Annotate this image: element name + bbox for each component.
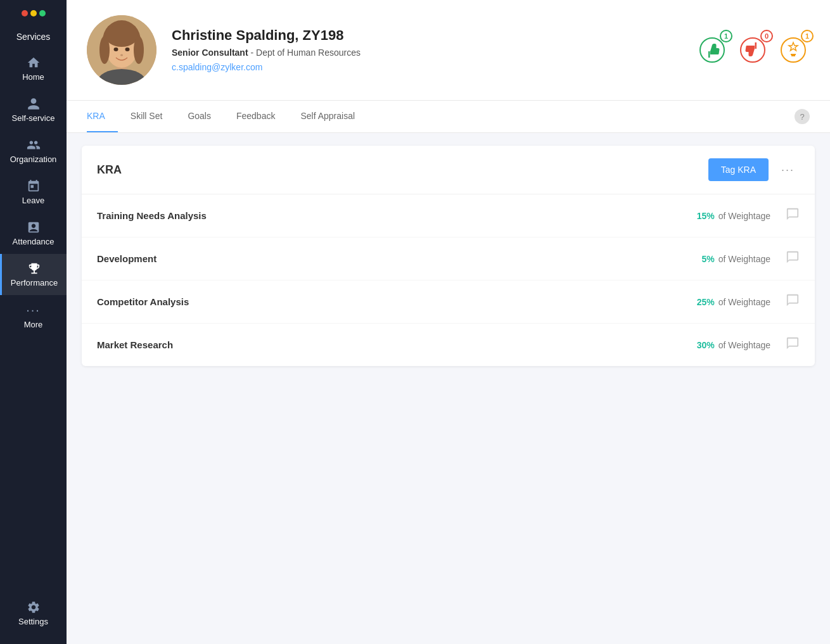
kra-item-name: Market Research bbox=[97, 339, 300, 350]
sidebar-item-leave[interactable]: Leave bbox=[0, 172, 67, 213]
badge-award-count: 1 bbox=[801, 30, 814, 42]
kra-item-name: Training Needs Analysis bbox=[97, 210, 300, 221]
badge-thumbs-up-count: 1 bbox=[720, 30, 732, 42]
sidebar-item-self-service[interactable]: Self-service bbox=[0, 89, 67, 130]
svg-rect-14 bbox=[791, 54, 796, 55]
svg-point-5 bbox=[105, 24, 138, 47]
svg-point-10 bbox=[120, 54, 123, 56]
trophy-icon bbox=[27, 262, 41, 275]
sidebar-item-performance[interactable]: Performance bbox=[0, 254, 67, 295]
sidebar-item-label: More bbox=[24, 320, 43, 329]
kra-percent: 30% bbox=[697, 340, 715, 350]
svg-point-6 bbox=[99, 36, 110, 64]
kra-weightage: 25% of Weightage bbox=[697, 297, 770, 307]
sidebar-item-label: Organization bbox=[10, 155, 57, 164]
profile-email[interactable]: c.spalding@zylker.com bbox=[172, 62, 262, 72]
svg-point-9 bbox=[125, 47, 130, 51]
sidebar-item-label: Home bbox=[22, 72, 44, 82]
brand-logo bbox=[15, 10, 52, 16]
dot-yellow bbox=[30, 10, 37, 16]
badge-thumbs-down-count: 0 bbox=[760, 30, 773, 42]
kra-percent: 15% bbox=[697, 211, 715, 221]
sidebar-item-attendance[interactable]: Attendance bbox=[0, 213, 67, 254]
services-label: Services bbox=[16, 32, 51, 42]
avatar bbox=[87, 15, 156, 85]
badge-thumbs-up: 1 bbox=[696, 34, 729, 66]
settings-icon bbox=[27, 600, 41, 614]
tag-kra-button[interactable]: Tag KRA bbox=[708, 158, 769, 181]
kra-of-weightage: of Weightage bbox=[718, 211, 770, 221]
tab-goals[interactable]: Goals bbox=[175, 101, 224, 132]
kra-percent: 5% bbox=[702, 254, 715, 264]
help-icon[interactable]: ? bbox=[795, 109, 810, 124]
sidebar-item-label: Self-service bbox=[12, 113, 55, 123]
kra-more-button[interactable]: ··· bbox=[776, 161, 800, 179]
comment-icon[interactable] bbox=[786, 250, 800, 267]
profile-name: Christine Spalding, ZY198 bbox=[172, 27, 696, 44]
dot-green bbox=[39, 10, 46, 16]
sidebar-item-label: Performance bbox=[11, 278, 58, 287]
kra-section: KRA Tag KRA ··· Training Needs Analysis … bbox=[82, 146, 815, 366]
kra-item: Training Needs Analysis 15% of Weightage bbox=[82, 194, 815, 237]
calendar-icon bbox=[27, 179, 41, 193]
svg-point-7 bbox=[134, 36, 144, 64]
profile-dept-separator: - bbox=[250, 47, 256, 58]
kra-header: KRA Tag KRA ··· bbox=[82, 146, 815, 194]
kra-weightage: 30% of Weightage bbox=[697, 340, 770, 350]
avatar-image bbox=[87, 15, 156, 85]
tab-feedback[interactable]: Feedback bbox=[224, 101, 288, 132]
tab-kra[interactable]: KRA bbox=[87, 101, 118, 132]
comment-icon[interactable] bbox=[786, 293, 800, 310]
kra-item-name: Development bbox=[97, 253, 300, 264]
comment-icon[interactable] bbox=[786, 336, 800, 353]
sidebar-item-label: Attendance bbox=[13, 237, 54, 246]
attendance-icon bbox=[27, 220, 41, 234]
kra-weightage: 5% of Weightage bbox=[702, 254, 770, 264]
dot-red bbox=[22, 10, 28, 16]
profile-role: Senior Consultant bbox=[172, 47, 248, 58]
comment-icon[interactable] bbox=[786, 207, 800, 224]
profile-info: Christine Spalding, ZY198 Senior Consult… bbox=[172, 27, 696, 73]
kra-item-name: Competitor Analysis bbox=[97, 296, 300, 307]
kra-section-title: KRA bbox=[97, 163, 708, 177]
profile-dept: Dept of Human Resources bbox=[256, 47, 361, 58]
svg-rect-15 bbox=[791, 55, 795, 56]
kra-item: Market Research 30% of Weightage bbox=[82, 324, 815, 366]
kra-item: Competitor Analysis 25% of Weightage bbox=[82, 281, 815, 324]
main-content: Christine Spalding, ZY198 Senior Consult… bbox=[67, 0, 830, 644]
profile-title: Senior Consultant - Dept of Human Resour… bbox=[172, 47, 696, 58]
kra-percent: 25% bbox=[697, 297, 715, 307]
more-dots-icon: ··· bbox=[26, 303, 41, 317]
profile-header: Christine Spalding, ZY198 Senior Consult… bbox=[67, 0, 830, 101]
sidebar-item-settings[interactable]: Settings bbox=[0, 593, 67, 634]
kra-of-weightage: of Weightage bbox=[718, 340, 770, 350]
kra-of-weightage: of Weightage bbox=[718, 254, 770, 264]
sidebar-item-label: Leave bbox=[22, 196, 44, 205]
tab-skill-set[interactable]: Skill Set bbox=[118, 101, 176, 132]
kra-of-weightage: of Weightage bbox=[718, 297, 770, 307]
person-icon bbox=[27, 97, 41, 111]
badge-thumbs-down: 0 bbox=[736, 34, 769, 66]
profile-badges: 1 0 1 bbox=[696, 34, 810, 66]
sidebar-item-label: Settings bbox=[18, 617, 48, 626]
tab-self-appraisal[interactable]: Self Appraisal bbox=[288, 101, 367, 132]
kra-weightage: 15% of Weightage bbox=[697, 211, 770, 221]
kra-item: Development 5% of Weightage bbox=[82, 237, 815, 281]
svg-point-8 bbox=[114, 47, 118, 51]
org-icon bbox=[27, 138, 41, 152]
tabs-bar: KRA Skill Set Goals Feedback Self Apprai… bbox=[67, 101, 830, 133]
sidebar-item-home[interactable]: Home bbox=[0, 48, 67, 89]
badge-award: 1 bbox=[777, 34, 810, 66]
sidebar: Services Home Self-service Organization … bbox=[0, 0, 67, 644]
sidebar-item-organization[interactable]: Organization bbox=[0, 130, 67, 172]
sidebar-item-more[interactable]: ··· More bbox=[0, 295, 67, 337]
home-icon bbox=[27, 56, 41, 70]
